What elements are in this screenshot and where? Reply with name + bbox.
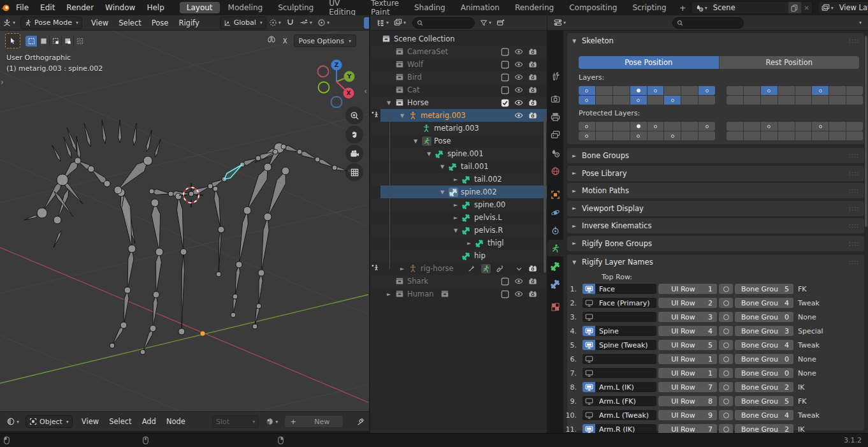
bone-group-selector[interactable]: Bone Grou2 — [735, 424, 793, 433]
outliner-item-label[interactable]: spine.001 — [447, 149, 483, 158]
armature-layer-toggle[interactable] — [596, 96, 612, 105]
outliner-row-spine-00[interactable]: ►spine.00 — [370, 198, 547, 211]
checkbox-icon[interactable] — [500, 71, 510, 84]
properties-tab-output[interactable] — [547, 108, 563, 125]
viewport-3d[interactable]: User Orthographic (1) metarig.003 : spin… — [0, 31, 369, 411]
outliner-item-label[interactable]: metarig.003 — [421, 111, 466, 120]
view-layer-icon[interactable]: ▾ — [818, 4, 835, 12]
armature-layer-toggle[interactable] — [664, 96, 681, 105]
select-mode-extend[interactable] — [38, 36, 50, 47]
layer-select-radio[interactable] — [719, 326, 733, 336]
menu-render[interactable]: Render — [61, 0, 99, 15]
eye-icon[interactable] — [514, 96, 524, 109]
layer-visible-toggle[interactable] — [582, 424, 595, 433]
new-collection-button[interactable] — [494, 17, 507, 29]
view-layer-selector[interactable]: ▾ View Layer ✕ — [818, 1, 868, 14]
outliner-item-label[interactable]: Pose — [434, 136, 451, 145]
workspace-tab-layout[interactable]: Layout — [180, 2, 220, 13]
checkbox-icon[interactable] — [500, 288, 510, 300]
outliner-row-cat[interactable]: Cat — [370, 84, 547, 96]
disclosure-open-icon[interactable]: ▼ — [399, 113, 405, 119]
protected-layer-toggle[interactable] — [681, 122, 698, 131]
protected-layer-toggle[interactable] — [778, 131, 795, 140]
transform-orientation-selector[interactable]: Global ▾ — [220, 17, 266, 29]
armature-layer-toggle[interactable] — [829, 86, 846, 95]
outliner-row-tail-001[interactable]: ▼tail.001 — [370, 160, 547, 173]
outliner-item-label[interactable]: Human — [407, 289, 433, 298]
checkbox-icon[interactable] — [500, 96, 510, 109]
outliner-search[interactable] — [412, 17, 475, 29]
outliner-editor-type-button[interactable]: ▾ — [374, 17, 391, 29]
protected-layer-toggle[interactable] — [795, 131, 812, 140]
disclosure-open-icon[interactable]: ▼ — [439, 189, 445, 195]
disclosure-closed-icon[interactable]: ► — [452, 202, 459, 208]
camera-restrict-icon[interactable] — [528, 262, 538, 275]
properties-scrollbar[interactable] — [865, 36, 867, 227]
outliner-row-wolf[interactable]: Wolf — [370, 58, 547, 71]
mode-selector[interactable]: Pose Mode ▾ — [20, 17, 82, 29]
protected-layer-toggle[interactable] — [795, 122, 812, 131]
layer-visible-toggle[interactable] — [582, 284, 595, 294]
layer-visible-toggle[interactable] — [582, 410, 595, 420]
armature-layer-toggle[interactable] — [727, 86, 743, 95]
scene-name[interactable]: Scene — [709, 3, 788, 12]
layer-select-radio[interactable] — [719, 382, 733, 392]
armature-layer-toggle[interactable] — [812, 96, 828, 105]
outliner-item-label[interactable]: hip — [474, 251, 486, 260]
outliner-item-label[interactable]: tail.002 — [474, 175, 502, 184]
protected-layer-toggle[interactable] — [846, 122, 863, 131]
camera-restrict-icon[interactable] — [528, 109, 538, 122]
protected-layer-toggle[interactable] — [579, 122, 595, 131]
armature-layer-toggle[interactable] — [698, 96, 715, 105]
menu-window[interactable]: Window — [99, 0, 141, 15]
armature-layer-toggle[interactable] — [647, 96, 664, 105]
pivot-point-button[interactable]: ▾ — [266, 17, 284, 29]
properties-tab-physics[interactable] — [547, 204, 563, 221]
panel-header-viewport-display[interactable]: ►Viewport Display:::: — [567, 201, 864, 216]
protected-layer-toggle[interactable] — [829, 131, 846, 140]
ui-row-stepper[interactable]: UI Row1 — [658, 354, 717, 364]
view-layer-name[interactable]: View Layer — [835, 3, 868, 12]
outliner-item-label[interactable]: pelvis.L — [474, 213, 502, 222]
properties-tab-tool[interactable] — [547, 68, 563, 84]
protected-layer-toggle[interactable] — [647, 131, 664, 140]
menu-help[interactable]: Help — [141, 0, 170, 15]
scene-selector[interactable]: ▾ Scene ✕ — [691, 1, 813, 14]
ui-row-stepper[interactable]: UI Row7 — [658, 382, 717, 392]
protected-layer-toggle[interactable] — [761, 131, 778, 140]
protected-layer-toggle[interactable] — [829, 122, 846, 131]
node-menu-add[interactable]: Add — [137, 414, 161, 429]
armature-layer-toggle[interactable] — [613, 86, 630, 95]
layer-visible-toggle[interactable] — [582, 396, 595, 406]
properties-tab-texture[interactable] — [547, 298, 563, 315]
armature-layer-toggle[interactable] — [579, 96, 595, 105]
drag-handle-icon[interactable]: :::: — [849, 187, 859, 194]
ui-row-stepper[interactable]: UI Row7 — [658, 424, 717, 433]
layer-select-radio[interactable] — [719, 312, 733, 322]
outliner-item-label[interactable]: tail.001 — [461, 162, 489, 171]
drag-handle-icon[interactable]: :::: — [849, 240, 859, 247]
panel-header-bone-groups[interactable]: ►Bone Groups:::: — [567, 148, 864, 163]
viewport-editor-type-button[interactable]: ▾ — [0, 17, 18, 29]
disclosure-open-icon[interactable]: ▼ — [386, 100, 392, 106]
protected-layer-toggle[interactable] — [647, 122, 664, 131]
pose-mode-icon[interactable] — [481, 262, 491, 275]
properties-tab-object[interactable] — [547, 186, 563, 203]
pan-tool-button[interactable] — [345, 126, 363, 143]
bone-group-selector[interactable]: Bone Grou0 — [735, 312, 793, 322]
outliner-row-pose[interactable]: ▼Pose — [370, 135, 547, 147]
snap-target-button[interactable]: ▾ — [297, 17, 315, 29]
layer-visible-toggle[interactable] — [582, 298, 595, 308]
panel-header-inverse-kinematics[interactable]: ►Inverse Kinematics:::: — [567, 218, 864, 233]
layer-name-field[interactable] — [595, 312, 656, 322]
protected-layer-toggle[interactable] — [744, 122, 760, 131]
drag-handle-icon[interactable]: :::: — [849, 170, 859, 177]
outliner-filter-button[interactable]: ▾ — [477, 17, 494, 29]
properties-tab-view-layer[interactable] — [547, 126, 563, 143]
eye-icon[interactable] — [514, 45, 524, 58]
curve-in-icon[interactable] — [467, 262, 477, 275]
protected-layer-toggle[interactable] — [630, 131, 647, 140]
armature-layer-toggle[interactable] — [630, 96, 647, 105]
properties-tab-world[interactable] — [547, 163, 563, 179]
chevron-down-icon[interactable] — [514, 262, 524, 275]
